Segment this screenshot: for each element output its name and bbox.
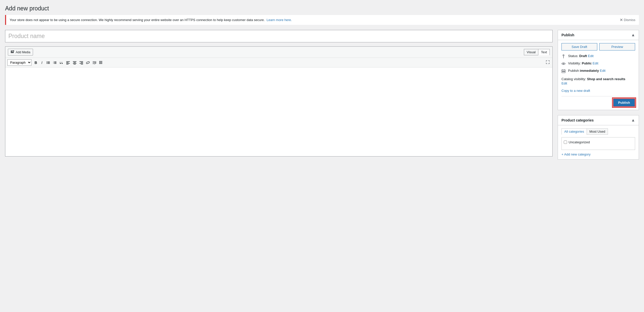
- bold-button[interactable]: B: [33, 60, 39, 65]
- add-media-label: Add Media: [16, 50, 30, 54]
- svg-point-4: [46, 61, 47, 62]
- svg-rect-41: [101, 63, 102, 64]
- add-media-button[interactable]: Add Media: [8, 49, 33, 56]
- categories-panel-body: All categories Most Used Uncategorized +…: [558, 125, 639, 159]
- tab-visual[interactable]: Visual: [524, 49, 538, 55]
- notice-message: Your store does not appear to be using a…: [10, 18, 265, 22]
- category-checkbox-uncategorized[interactable]: [564, 141, 567, 144]
- publish-panel-toggle[interactable]: ▲: [631, 33, 635, 37]
- main-layout: Add Media Visual Text Paragraph B I: [5, 30, 639, 165]
- categories-panel-toggle[interactable]: ▲: [631, 118, 635, 123]
- svg-rect-9: [47, 63, 50, 64]
- svg-rect-17: [66, 62, 69, 63]
- align-center-button[interactable]: [72, 60, 78, 65]
- ordered-list-button[interactable]: 1. 2. 3.: [52, 60, 58, 65]
- publish-panel: Publish ▲ Save Draft Preview: [558, 30, 639, 110]
- svg-rect-39: [99, 63, 100, 64]
- editor-toolbar-top: Add Media Visual Text: [5, 47, 552, 58]
- publish-timing-value: immediately: [580, 69, 599, 73]
- notice-dismiss-button[interactable]: ✕ Dismiss: [620, 18, 636, 22]
- kitchen-sink-button[interactable]: [98, 60, 104, 65]
- svg-rect-40: [100, 63, 101, 64]
- categories-tabs: All categories Most Used: [561, 128, 635, 135]
- unordered-list-button[interactable]: [45, 60, 51, 65]
- status-icon: [561, 54, 566, 59]
- svg-point-6: [46, 62, 47, 63]
- align-left-button[interactable]: [65, 60, 71, 65]
- svg-rect-29: [93, 62, 96, 63]
- align-right-button[interactable]: [78, 60, 84, 65]
- svg-rect-22: [73, 63, 76, 63]
- copy-to-draft-link[interactable]: Copy to a new draft: [561, 89, 635, 93]
- italic-button[interactable]: I: [39, 60, 45, 65]
- editor-format-bar: Paragraph B I 1. 2.: [5, 58, 552, 67]
- publish-timing-text: Publish immediately Edit: [568, 69, 605, 73]
- publish-footer: Publish: [561, 96, 635, 107]
- catalog-visibility-value: Shop and search results: [587, 77, 625, 81]
- publish-timing-row: Publish immediately Edit: [561, 69, 635, 74]
- publish-button[interactable]: Publish: [613, 98, 635, 107]
- calendar-icon: [561, 69, 566, 74]
- product-name-input[interactable]: [5, 30, 553, 42]
- list-item: Uncategorized: [564, 140, 633, 145]
- svg-rect-50: [564, 71, 565, 72]
- catalog-visibility-label: Catalog visibility:: [561, 77, 586, 81]
- svg-text:3.: 3.: [53, 63, 54, 64]
- catalog-visibility-row: Catalog visibility: Shop and search resu…: [561, 77, 635, 85]
- editor-box: Add Media Visual Text Paragraph B I: [5, 46, 553, 157]
- svg-point-8: [46, 63, 47, 64]
- preview-button[interactable]: Preview: [599, 43, 635, 50]
- svg-rect-18: [66, 63, 70, 63]
- content-area: Add Media Visual Text Paragraph B I: [5, 30, 553, 157]
- dismiss-icon: ✕: [620, 18, 623, 22]
- add-new-category-link[interactable]: + Add new category: [561, 152, 591, 156]
- svg-rect-31: [95, 63, 96, 63]
- svg-rect-23: [74, 64, 76, 64]
- status-text: Status: Draft Edit: [568, 54, 593, 58]
- format-select[interactable]: Paragraph: [7, 59, 31, 66]
- add-media-icon: [11, 50, 14, 54]
- svg-rect-36: [99, 62, 100, 63]
- notice-learn-more-link[interactable]: Learn more here.: [267, 18, 292, 22]
- svg-rect-15: [54, 63, 56, 64]
- notice-bar: Your store does not appear to be using a…: [5, 15, 639, 25]
- svg-rect-38: [101, 62, 102, 63]
- visibility-edit-link[interactable]: Edit: [593, 61, 598, 65]
- svg-rect-34: [100, 61, 101, 62]
- blockquote-button[interactable]: [58, 60, 65, 65]
- tab-most-used[interactable]: Most Used: [587, 128, 608, 135]
- visibility-value: Public: [582, 61, 592, 65]
- status-value: Draft: [579, 54, 587, 58]
- save-draft-button[interactable]: Save Draft: [561, 43, 597, 50]
- svg-rect-26: [79, 63, 83, 63]
- visibility-row: Visibility: Public Edit: [561, 61, 635, 66]
- tab-text[interactable]: Text: [538, 49, 550, 55]
- svg-rect-35: [101, 61, 102, 62]
- fullscreen-button[interactable]: [545, 60, 550, 65]
- visibility-text: Visibility: Public Edit: [568, 61, 598, 65]
- editor-content[interactable]: [5, 67, 552, 156]
- svg-rect-27: [81, 64, 83, 64]
- publish-timing-edit-link[interactable]: Edit: [600, 69, 605, 73]
- svg-rect-28: [93, 61, 96, 62]
- tab-all-categories[interactable]: All categories: [561, 128, 587, 135]
- svg-rect-11: [54, 61, 56, 62]
- status-row: Status: Draft Edit: [561, 54, 635, 59]
- view-tabs: Visual Text: [524, 49, 550, 55]
- svg-rect-24: [79, 61, 83, 62]
- category-label-uncategorized[interactable]: Uncategorized: [569, 140, 590, 144]
- catalog-visibility-edit-link[interactable]: Edit: [561, 81, 635, 85]
- more-button[interactable]: [91, 60, 98, 65]
- categories-panel: Product categories ▲ All categories Most…: [558, 115, 639, 160]
- svg-rect-33: [99, 61, 100, 62]
- dismiss-label: Dismiss: [624, 18, 636, 22]
- svg-rect-32: [95, 63, 95, 64]
- link-button[interactable]: [85, 60, 91, 65]
- status-edit-link[interactable]: Edit: [588, 54, 593, 58]
- svg-rect-21: [74, 62, 76, 63]
- svg-rect-7: [47, 62, 50, 63]
- svg-rect-13: [54, 62, 56, 63]
- categories-panel-header: Product categories ▲: [558, 115, 639, 125]
- publish-actions: Save Draft Preview: [561, 43, 635, 50]
- svg-point-43: [563, 63, 564, 64]
